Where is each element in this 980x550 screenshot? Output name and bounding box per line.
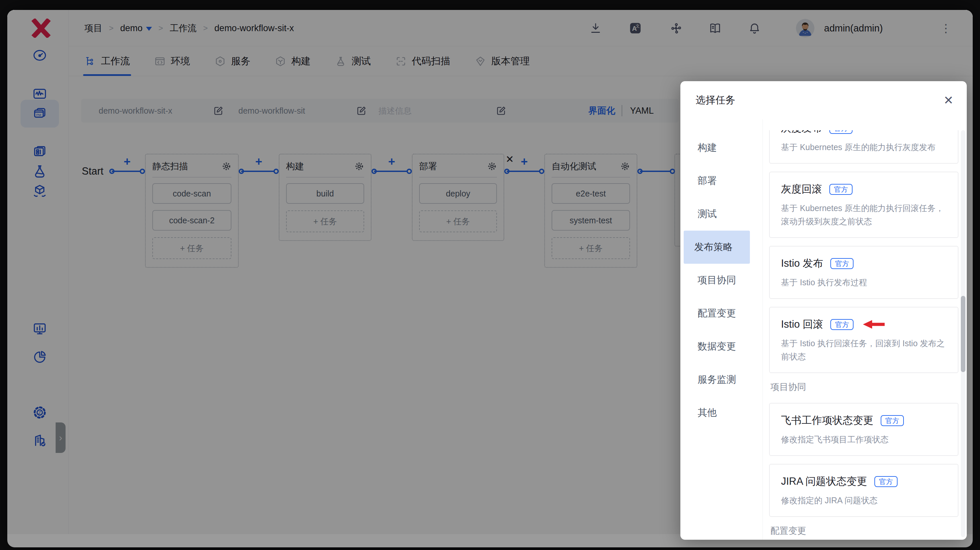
category-数据变更[interactable]: 数据变更: [684, 330, 750, 363]
task-card-JIRA 问题状态变更[interactable]: JIRA 问题状态变更官方修改指定的 JIRA 问题状态: [769, 464, 958, 517]
task-card-title: JIRA 问题状态变更: [781, 475, 867, 488]
task-card-description: 修改指定的 JIRA 问题状态: [781, 494, 947, 507]
official-badge: 官方: [881, 415, 904, 426]
task-cards-viewport: 灰度发布官方基于 Kubernetes 原生的能力执行灰度发布灰度回滚官方基于 …: [763, 130, 967, 540]
task-card-title: Istio 回滚: [781, 317, 823, 331]
task-section-header: 项目协同: [770, 381, 958, 393]
panel-header: 选择任务 ✕: [680, 81, 967, 119]
official-badge: 官方: [830, 319, 854, 330]
task-section-header: 配置变更: [770, 525, 958, 537]
red-pointer-arrow-icon: [863, 320, 885, 329]
task-card-title: 灰度发布: [781, 130, 822, 135]
task-card-description: 修改指定飞书项目工作项状态: [781, 433, 947, 446]
category-发布策略[interactable]: 发布策略: [684, 231, 750, 264]
category-配置变更[interactable]: 配置变更: [684, 297, 750, 330]
task-card-description: 基于 Kubernetes 原生的能力执行回滚任务，滚动升级到灰度之前状态: [781, 201, 947, 228]
task-card-灰度发布[interactable]: 灰度发布官方基于 Kubernetes 原生的能力执行灰度发布: [769, 130, 958, 164]
official-badge: 官方: [874, 476, 897, 487]
task-category-menu: 构建部署测试发布策略项目协同配置变更数据变更服务监测其他: [680, 119, 762, 540]
category-测试[interactable]: 测试: [684, 198, 750, 231]
panel-scrollbar-track[interactable]: [961, 130, 966, 537]
official-badge: 官方: [829, 130, 853, 134]
task-card-description: 基于 Istio 执行回滚任务，回滚到 Istio 发布之前状态: [781, 336, 947, 363]
task-selection-panel: 选择任务 ✕ 构建部署测试发布策略项目协同配置变更数据变更服务监测其他 灰度发布…: [680, 81, 967, 540]
task-card-title: 飞书工作项状态变更: [781, 413, 873, 427]
task-card-title: Istio 发布: [781, 257, 823, 270]
task-card-title: 灰度回滚: [781, 182, 822, 196]
panel-title: 选择任务: [695, 81, 735, 119]
category-服务监测[interactable]: 服务监测: [684, 363, 750, 396]
official-badge: 官方: [829, 184, 853, 195]
task-cards-column: 灰度发布官方基于 Kubernetes 原生的能力执行灰度发布灰度回滚官方基于 …: [762, 119, 967, 540]
task-card-灰度回滚[interactable]: 灰度回滚官方基于 Kubernetes 原生的能力执行回滚任务，滚动升级到灰度之…: [769, 172, 958, 238]
category-项目协同[interactable]: 项目协同: [684, 264, 750, 297]
task-card-Istio 回滚[interactable]: Istio 回滚官方基于 Istio 执行回滚任务，回滚到 Istio 发布之前…: [769, 307, 958, 373]
close-icon[interactable]: ✕: [943, 81, 953, 119]
app-window: PMZ › 项目 > demo > 工作流 > demo-workflow-si…: [7, 10, 973, 547]
official-badge: 官方: [830, 258, 854, 269]
task-card-Istio 发布[interactable]: Istio 发布官方基于 Istio 执行发布过程: [769, 246, 958, 299]
task-card-飞书工作项状态变更[interactable]: 飞书工作项状态变更官方修改指定飞书项目工作项状态: [769, 403, 958, 456]
category-部署[interactable]: 部署: [684, 164, 750, 198]
category-其他[interactable]: 其他: [684, 396, 750, 429]
task-card-description: 基于 Kubernetes 原生的能力执行灰度发布: [781, 140, 947, 154]
panel-scrollbar-thumb[interactable]: [961, 296, 966, 372]
panel-body: 构建部署测试发布策略项目协同配置变更数据变更服务监测其他 灰度发布官方基于 Ku…: [680, 119, 967, 540]
task-card-description: 基于 Istio 执行发布过程: [781, 276, 947, 289]
category-构建[interactable]: 构建: [684, 131, 750, 164]
